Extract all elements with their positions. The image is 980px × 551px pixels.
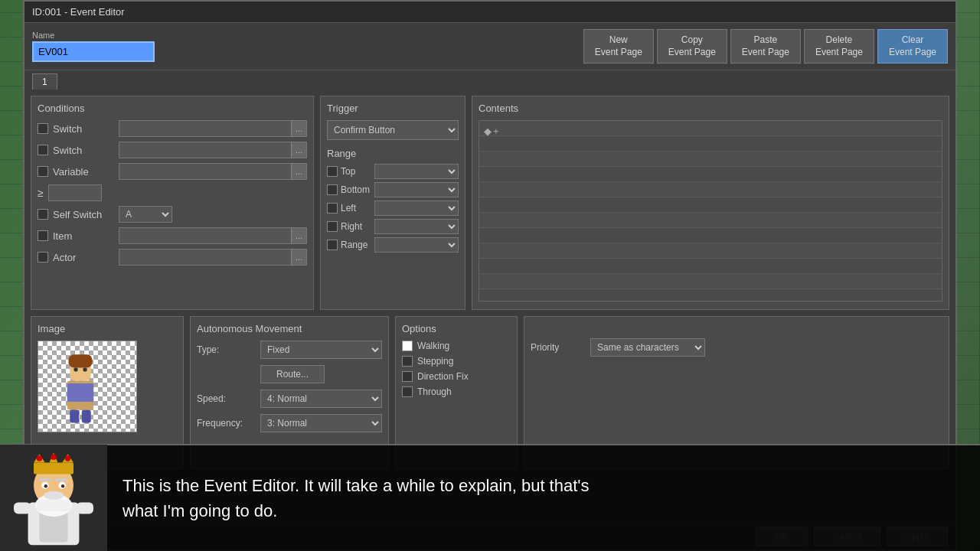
content-stripe: [479, 213, 942, 228]
character-image-preview[interactable]: [38, 341, 137, 432]
range-bottom-checkbox[interactable]: [327, 184, 338, 195]
option-through-checkbox[interactable]: [402, 386, 413, 397]
option-walking-checkbox[interactable]: [402, 341, 413, 351]
option-stepping-checkbox[interactable]: [402, 356, 413, 367]
condition-variable-btn[interactable]: …: [291, 164, 306, 179]
condition-actor-field[interactable]: …: [119, 249, 307, 266]
ge-symbol: ≥: [38, 187, 44, 199]
trigger-title: Trigger: [327, 103, 459, 114]
svg-rect-24: [39, 478, 52, 481]
range-range-select[interactable]: [374, 237, 459, 253]
option-directionfix-label: Direction Fix: [417, 371, 469, 382]
range-left-select[interactable]: [374, 201, 459, 216]
tab-1[interactable]: 1: [32, 73, 57, 90]
condition-switch2-checkbox[interactable]: [38, 145, 48, 155]
content-stripe: ◆ +: [479, 121, 942, 136]
contents-add-btn[interactable]: ◆ +: [484, 126, 499, 137]
condition-switch2-field[interactable]: …: [119, 142, 307, 158]
option-walking-row: Walking: [402, 341, 511, 351]
option-through-label: Through: [417, 386, 452, 397]
route-button[interactable]: Route...: [260, 365, 325, 383]
condition-switch2-btn[interactable]: …: [291, 142, 306, 158]
name-label: Name: [32, 31, 155, 40]
range-left-checkbox[interactable]: [327, 203, 338, 214]
condition-variable-value-row: ≥: [38, 184, 307, 201]
content-stripe: [479, 167, 942, 182]
condition-switch2-label: Switch: [53, 145, 114, 156]
range-top-select[interactable]: [374, 164, 459, 179]
condition-item-field[interactable]: …: [119, 227, 307, 244]
condition-switch1-label: Switch: [53, 123, 114, 135]
trigger-select[interactable]: Confirm Button Player Touch Event Touch …: [327, 120, 459, 140]
tab-row: 1: [24, 70, 956, 90]
conditions-panel: Conditions Switch … Switch …: [31, 96, 314, 310]
option-directionfix-checkbox[interactable]: [402, 371, 413, 382]
condition-item-btn[interactable]: …: [291, 228, 306, 243]
toolbar: Name NewEvent Page CopyEvent Page PasteE…: [24, 23, 956, 70]
svg-rect-1: [67, 383, 93, 402]
option-walking-label: Walking: [417, 341, 449, 351]
condition-selfswitch-checkbox[interactable]: [38, 209, 48, 220]
svg-rect-5: [83, 368, 87, 372]
svg-rect-27: [14, 503, 31, 514]
range-bottom-select[interactable]: [374, 182, 459, 197]
title-bar: ID:001 - Event Editor: [24, 2, 956, 23]
content-stripe: [479, 152, 942, 167]
content-stripe: [479, 274, 942, 289]
option-stepping-label: Stepping: [417, 356, 453, 367]
condition-actor-checkbox[interactable]: [38, 252, 48, 262]
condition-selfswitch-select[interactable]: A B C D: [119, 206, 172, 223]
trigger-panel: Trigger Confirm Button Player Touch Even…: [320, 96, 466, 310]
condition-variable-field[interactable]: …: [119, 163, 307, 180]
svg-rect-25: [55, 478, 68, 481]
movement-speed-select[interactable]: 1: Slowest 2: Slower 3: Slow 4: Normal 5…: [260, 390, 382, 408]
range-right-label: Right: [341, 221, 371, 232]
range-right-select[interactable]: [374, 219, 459, 234]
name-section: Name: [32, 31, 155, 62]
range-bottom-row: Bottom: [327, 182, 459, 197]
option-stepping-row: Stepping: [402, 356, 511, 367]
movement-speed-label: Speed:: [197, 393, 254, 404]
movement-freq-select[interactable]: 1: Lowest 2: Lower 3: Normal 4: High 5: …: [260, 414, 382, 432]
svg-point-15: [37, 455, 42, 461]
condition-actor-btn[interactable]: …: [291, 249, 306, 265]
priority-label: Priority: [531, 342, 584, 353]
condition-switch1-checkbox[interactable]: [38, 123, 48, 134]
diamond-icon: ◆: [484, 126, 492, 137]
paste-event-page-button[interactable]: PasteEvent Page: [730, 29, 801, 64]
dialogue-avatar: [0, 445, 107, 551]
condition-switch1-field[interactable]: …: [119, 120, 307, 137]
range-right-checkbox[interactable]: [327, 221, 338, 232]
character-sprite: [38, 341, 122, 425]
copy-event-page-button[interactable]: CopyEvent Page: [657, 29, 727, 64]
event-name-input[interactable]: [32, 41, 155, 62]
condition-variable-checkbox[interactable]: [38, 166, 48, 177]
option-directionfix-row: Direction Fix: [402, 371, 511, 382]
svg-rect-4: [74, 368, 77, 372]
range-left-row: Left: [327, 201, 459, 216]
svg-rect-19: [37, 500, 71, 511]
delete-event-page-button[interactable]: DeleteEvent Page: [804, 29, 874, 64]
condition-variable-value-input[interactable]: [48, 184, 102, 201]
movement-freq-row: Frequency: 1: Lowest 2: Lower 3: Normal …: [197, 414, 382, 432]
range-range-checkbox[interactable]: [327, 240, 338, 250]
dialog-title: ID:001 - Event Editor: [32, 6, 125, 18]
content-stripe: [479, 197, 942, 213]
clear-event-page-button[interactable]: ClearEvent Page: [877, 29, 948, 64]
condition-item-row: Item …: [38, 227, 307, 244]
priority-select[interactable]: Below characters Same as characters Abov…: [590, 338, 705, 357]
content-stripe: [479, 259, 942, 274]
condition-switch1-btn[interactable]: …: [291, 121, 306, 136]
range-title: Range: [327, 148, 459, 159]
new-event-page-button[interactable]: NewEvent Page: [583, 29, 654, 64]
movement-type-select[interactable]: Fixed Random Approach Custom: [260, 341, 382, 359]
condition-item-checkbox[interactable]: [38, 230, 48, 241]
condition-variable-label: Variable: [53, 166, 114, 178]
svg-point-17: [65, 455, 70, 461]
movement-type-row: Type: Fixed Random Approach Custom: [197, 341, 382, 359]
top-panels: Conditions Switch … Switch …: [31, 96, 949, 310]
content-stripe: [479, 243, 942, 259]
range-top-checkbox[interactable]: [327, 166, 338, 177]
dialogue-overlay: This is the Event Editor. It will take a…: [0, 444, 980, 551]
options-title: Options: [402, 323, 511, 334]
